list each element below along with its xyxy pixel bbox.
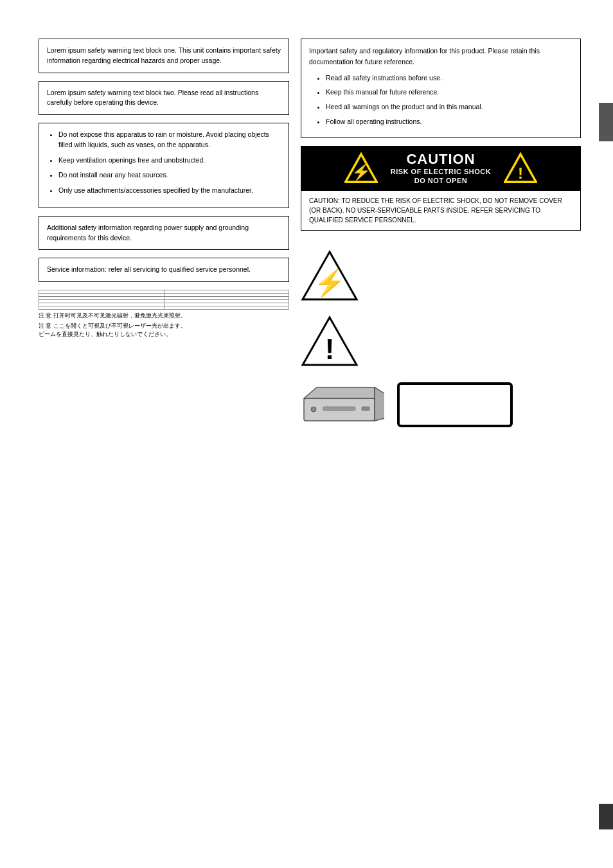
svg-marker-9 [304, 387, 375, 398]
device-label-box [397, 382, 513, 427]
left-box-2-text: Lorem ipsum safety warning text block tw… [47, 89, 258, 107]
bullet-list-left: Do not expose this apparatus to rain or … [47, 130, 281, 196]
chinese-table [39, 290, 289, 310]
caution-body-text: CAUTION: TO REDUCE THE RISK OF ELECTRIC … [301, 191, 580, 230]
left-box-1-text: Lorem ipsum safety warning text block on… [47, 46, 281, 64]
bullet-item-4: Only use attachments/accessories specifi… [58, 186, 281, 196]
caution-text-block: CAUTION RISK OF ELECTRIC SHOCK DO NOT OP… [391, 152, 491, 186]
left-box-5-text: Service information: refer all servicing… [47, 265, 251, 273]
sidebar-tab-top [599, 103, 613, 141]
right-box-top-text: Important safety and regulatory informat… [309, 46, 573, 67]
large-warning-icon: ! [301, 315, 359, 367]
lightning-icon-left: ⚡ [344, 152, 378, 185]
main-two-col: Lorem ipsum safety warning text block on… [39, 39, 581, 427]
bullet-item-1: Do not expose this apparatus to rain or … [58, 130, 281, 150]
sidebar-tab-bottom [599, 804, 613, 829]
caution-title: CAUTION [391, 152, 491, 167]
svg-text:!: ! [325, 333, 335, 365]
right-box-top: Important safety and regulatory informat… [301, 39, 581, 138]
left-box-2: Lorem ipsum safety warning text block tw… [39, 81, 289, 116]
left-column: Lorem ipsum safety warning text block on… [39, 39, 289, 427]
right-column: Important safety and regulatory informat… [301, 39, 581, 427]
device-illustration [301, 382, 384, 427]
svg-marker-10 [375, 387, 384, 421]
chinese-footer-2: 注 意 ここを開くと可視及び不可視レーザー光が出ます。 ビームを直接見たり、触れ… [39, 322, 289, 339]
page-container: Lorem ipsum safety warning text block on… [0, 0, 613, 868]
chinese-label-section: 注 意 打开时可见及不可见激光辐射，避免激光光束照射。 注 意 ここを開くと可視… [39, 290, 289, 338]
caution-subtitle-2: DO NOT OPEN [391, 176, 491, 185]
left-box-3-bullets: Do not expose this apparatus to rain or … [39, 123, 289, 208]
svg-rect-13 [362, 407, 369, 411]
left-box-4-text: Additional safety information regarding … [47, 224, 249, 242]
bullet-item-3: Do not install near any heat sources. [58, 170, 281, 181]
large-lightning-icon-section: ⚡ [301, 250, 581, 303]
table-row [39, 306, 289, 310]
warning-icon-right: ! [504, 152, 537, 185]
large-lightning-icon: ⚡ [301, 250, 359, 301]
svg-text:⚡: ⚡ [351, 163, 371, 182]
svg-text:⚡: ⚡ [314, 267, 346, 298]
svg-point-11 [311, 407, 316, 412]
caution-subtitle-1: RISK OF ELECTRIC SHOCK [391, 167, 491, 176]
left-box-1: Lorem ipsum safety warning text block on… [39, 39, 289, 73]
right-bullet-3: Heed all warnings on the product and in … [326, 102, 573, 112]
large-warning-icon-section: ! [301, 315, 581, 368]
right-bullet-list: Read all safety instructions before use.… [315, 73, 573, 127]
right-bullet-4: Follow all operating instructions. [326, 116, 573, 127]
device-section [301, 382, 581, 427]
right-bullet-section: Read all safety instructions before use.… [309, 73, 573, 127]
chinese-footer-1: 注 意 打开时可见及不可见激光辐射，避免激光光束照射。 [39, 312, 289, 320]
right-bullet-2: Keep this manual for future reference. [326, 87, 573, 98]
left-box-4: Additional safety information regarding … [39, 216, 289, 251]
svg-text:!: ! [518, 164, 523, 182]
left-box-5: Service information: refer all servicing… [39, 258, 289, 282]
svg-rect-12 [323, 407, 355, 411]
caution-header: ⚡ CAUTION RISK OF ELECTRIC SHOCK DO NOT … [301, 146, 580, 191]
bullet-item-2: Keep ventilation openings free and unobs… [58, 155, 281, 166]
caution-box: ⚡ CAUTION RISK OF ELECTRIC SHOCK DO NOT … [301, 146, 581, 231]
right-bullet-1: Read all safety instructions before use. [326, 73, 573, 84]
